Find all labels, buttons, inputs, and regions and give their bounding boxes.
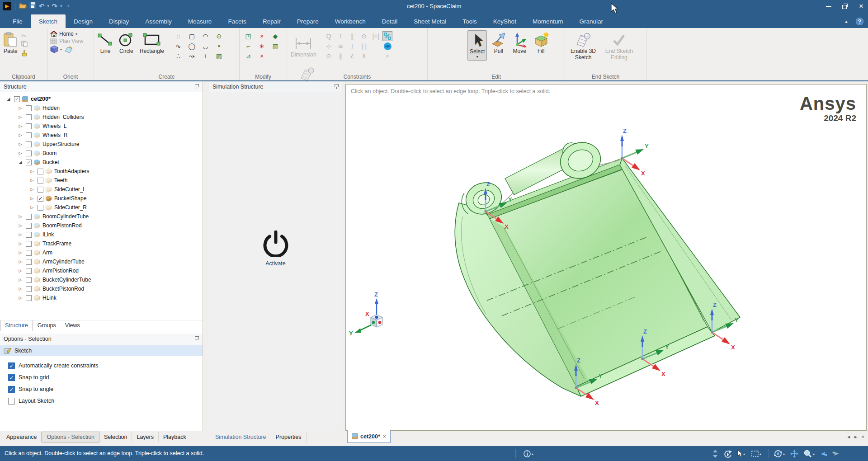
tree-item-label[interactable]: ArmCylinderTube: [42, 259, 85, 265]
activate-button[interactable]: Activate: [265, 260, 285, 267]
expand-icon[interactable]: ◢: [5, 97, 12, 101]
visibility-checkbox[interactable]: [26, 223, 32, 229]
visibility-checkbox[interactable]: ✓: [26, 160, 32, 165]
tree-row-armpistionrod[interactable]: ▷ArmPistionRod: [0, 266, 203, 275]
expand-icon[interactable]: ▷: [29, 169, 35, 174]
sketch-three-point-arc-icon[interactable]: ≀: [204, 53, 207, 59]
split-curve-icon[interactable]: ∗: [259, 43, 264, 49]
select-mode-button[interactable]: ▴: [737, 449, 745, 458]
tree-item-label[interactable]: SideCutter_L: [54, 186, 86, 193]
tree-item-label[interactable]: BucketPistonRod: [42, 286, 84, 292]
pin-icon[interactable]: [195, 84, 199, 89]
rectangle-button[interactable]: Rectangle: [138, 30, 166, 56]
tree-item-label[interactable]: BucketShape: [54, 195, 86, 202]
constraint-midpoint-icon[interactable]: |·|: [361, 43, 367, 49]
visibility-checkbox[interactable]: [26, 123, 32, 129]
isometric-cube-icon[interactable]: [50, 45, 58, 53]
model-viewport[interactable]: Click an object. Double-click to select …: [345, 84, 867, 431]
tab-playback[interactable]: Playback: [159, 432, 191, 442]
sketch-ngon-icon[interactable]: ⊙: [217, 33, 222, 39]
tree-item-label[interactable]: BoomPistonRod: [42, 222, 82, 229]
help-icon[interactable]: ?: [856, 18, 863, 25]
tab-groups[interactable]: Groups: [33, 320, 61, 331]
visibility-checkbox[interactable]: [26, 105, 32, 111]
tree-item-label[interactable]: TrackFrame: [42, 240, 71, 247]
visibility-checkbox[interactable]: [38, 205, 43, 211]
constraint-inspect-icon[interactable]: Q: [326, 33, 331, 39]
bend-icon[interactable]: ⌐: [246, 43, 250, 49]
visibility-checkbox[interactable]: [26, 277, 32, 283]
tree-row-boom[interactable]: ▷Boom: [0, 149, 203, 158]
copy-icon[interactable]: [21, 41, 28, 49]
expand-icon[interactable]: ▷: [17, 223, 24, 228]
sketch-arc-icon[interactable]: ◠: [203, 33, 208, 39]
expand-icon[interactable]: ▷: [17, 250, 24, 255]
tree-row-bucketpistonrod[interactable]: ▷BucketPistonRod: [0, 284, 203, 293]
visibility-checkbox[interactable]: [26, 132, 32, 138]
expand-icon[interactable]: ▷: [17, 142, 24, 146]
tab-appearance[interactable]: Appearance: [2, 432, 42, 442]
cut-icon[interactable]: ✂: [21, 32, 28, 39]
close-button[interactable]: ×: [858, 3, 864, 9]
tree-item-label[interactable]: ILink: [42, 231, 54, 238]
pan-view-icon[interactable]: [790, 449, 798, 458]
cube-dropdown-icon[interactable]: ▾: [60, 47, 62, 52]
circle-button[interactable]: Circle: [117, 30, 136, 56]
option-automatically-create-constraints[interactable]: ✓Automatically create constraints: [0, 360, 203, 372]
ribbon-tab-keyshot[interactable]: KeyShot: [485, 14, 524, 28]
checkbox[interactable]: [8, 398, 15, 405]
tree-row-hidden[interactable]: ▷Hidden: [0, 103, 203, 113]
ribbon-tab-granular[interactable]: Granular: [571, 14, 611, 28]
tree-item-label[interactable]: Wheels_R: [42, 132, 67, 138]
tree-row-upperstructure[interactable]: ▷UpperStructure: [0, 140, 203, 149]
tree-row-armcylindertube[interactable]: ▷ArmCylinderTube: [0, 257, 203, 266]
constraint-equal-distance-icon[interactable]: |=|: [372, 33, 379, 39]
show-constraints-eye-icon[interactable]: [384, 42, 392, 50]
expand-icon[interactable]: ▷: [17, 214, 24, 219]
tree-item-label[interactable]: Teeth: [54, 177, 67, 183]
expand-icon[interactable]: ▷: [17, 278, 24, 282]
sketch-view-icon[interactable]: [64, 45, 73, 53]
constraint-not-parallel-icon[interactable]: ∦: [339, 53, 342, 59]
visibility-checkbox[interactable]: [38, 169, 43, 174]
tree-item-label[interactable]: ArmPistionRod: [42, 268, 79, 274]
fill-button[interactable]: Fill: [531, 30, 551, 56]
tree-row-bucketcylindertube[interactable]: ▷BucketCylinderTube: [0, 275, 203, 284]
ribbon-tab-assembly[interactable]: Assembly: [137, 14, 180, 28]
format-painter-icon[interactable]: [21, 50, 28, 58]
expand-icon[interactable]: ▷: [17, 106, 24, 110]
tree-row-boomcylindertube[interactable]: ▷BoomCylinderTube: [0, 212, 203, 221]
tree-row-teeth[interactable]: ▷Teeth: [0, 176, 203, 185]
delete-curve-icon[interactable]: ×: [260, 53, 264, 59]
activate-power-icon[interactable]: [263, 230, 289, 257]
visibility-checkbox[interactable]: [26, 151, 32, 156]
panel-splitter[interactable]: [203, 81, 209, 446]
constraint-concentric-icon[interactable]: ⊙: [326, 53, 331, 59]
expand-icon[interactable]: ▷: [29, 187, 35, 192]
ribbon-tab-tools[interactable]: Tools: [454, 14, 485, 28]
zoom-view-button[interactable]: ▴: [804, 449, 815, 458]
tree-row-sidecutter-l[interactable]: ▷SideCutter_L: [0, 185, 203, 194]
expand-icon[interactable]: ▷: [29, 196, 35, 201]
tree-item-label[interactable]: cet200*: [31, 96, 51, 102]
visibility-checkbox[interactable]: [26, 295, 32, 301]
visibility-checkbox[interactable]: [38, 178, 43, 183]
panel-splitter[interactable]: [342, 81, 345, 446]
sketch-sweep-arc-icon[interactable]: ◡: [203, 43, 208, 49]
visibility-checkbox[interactable]: [26, 232, 32, 238]
tree-row-hidden-colliders[interactable]: ▷Hidden_Colliders: [0, 113, 203, 122]
constraint-fix-icon[interactable]: ⊤: [338, 33, 343, 39]
checkbox[interactable]: ✓: [8, 386, 15, 393]
expand-icon[interactable]: ▷: [29, 178, 35, 183]
tree-item-label[interactable]: Boom: [42, 150, 57, 156]
expand-icon[interactable]: ▷: [29, 205, 35, 210]
constraint-perpendicular-icon[interactable]: ⊥: [349, 43, 355, 49]
orientation-cube[interactable]: Z X Y: [349, 291, 382, 337]
tree-item-label[interactable]: BoomCylinderTube: [42, 213, 89, 220]
tree-item-label[interactable]: Hidden: [42, 105, 60, 111]
pin-icon[interactable]: [195, 336, 199, 341]
constraint-tangent-icon[interactable]: ⊹: [326, 43, 331, 49]
ribbon-tab-momentum[interactable]: Momentum: [524, 14, 571, 28]
visibility-checkbox[interactable]: [26, 259, 32, 265]
ribbon-tab-detail[interactable]: Detail: [374, 14, 406, 28]
